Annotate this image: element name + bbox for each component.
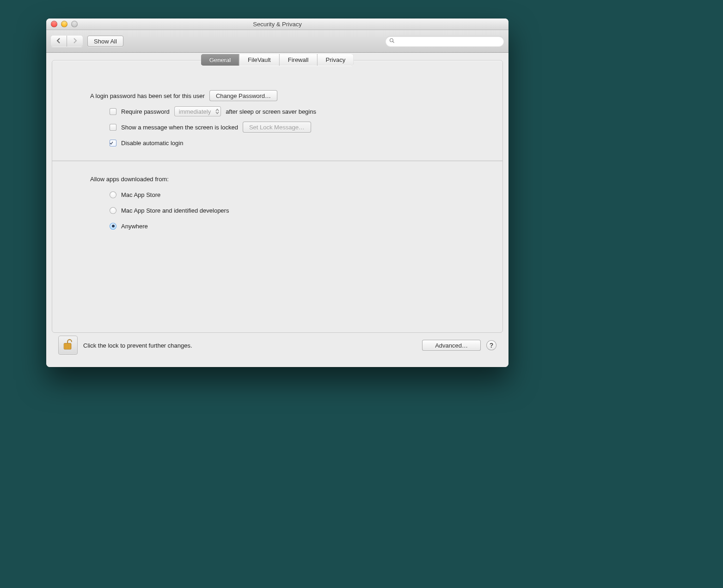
lock-open-icon (61, 338, 74, 353)
minimize-window-button[interactable] (61, 21, 67, 27)
advanced-button[interactable]: Advanced… (422, 340, 481, 351)
set-lock-message-button[interactable]: Set Lock Message… (243, 122, 311, 133)
after-sleep-text: after sleep or screen saver begins (226, 108, 316, 115)
show-message-checkbox[interactable] (110, 124, 116, 131)
popup-stepper-icon (215, 107, 219, 116)
svg-rect-2 (64, 343, 71, 349)
require-password-label: Require password (121, 108, 170, 115)
disable-auto-login-label: Disable automatic login (121, 140, 183, 147)
svg-line-1 (393, 41, 394, 43)
forward-button[interactable] (67, 36, 83, 47)
allow-apps-label: Allow apps downloaded from: (90, 176, 169, 183)
allow-apps-radio-mas[interactable] (110, 191, 116, 198)
back-icon (56, 38, 61, 45)
lock-button[interactable] (58, 336, 78, 355)
tab-filevault[interactable]: FileVault (239, 54, 280, 66)
allow-apps-option-0: Mac App Store (121, 191, 160, 198)
allow-apps-option-2: Anywhere (121, 223, 148, 230)
delay-value: immediately (179, 108, 211, 115)
zoom-window-button[interactable] (71, 21, 78, 27)
general-pane: A login password has been set for this u… (52, 74, 502, 249)
preferences-window: Security & Privacy Show All (46, 18, 509, 367)
tab-bar: General FileVault Firewall Privacy (201, 54, 354, 66)
forward-icon (73, 38, 77, 45)
allow-apps-option-1: Mac App Store and identified developers (121, 207, 229, 214)
footer: Click the lock to prevent further change… (52, 333, 503, 361)
require-password-checkbox[interactable] (110, 108, 116, 115)
disable-auto-login-checkbox[interactable] (110, 140, 116, 147)
show-all-button[interactable]: Show All (87, 36, 123, 47)
tab-privacy[interactable]: Privacy (318, 54, 354, 66)
content-panel: General FileVault Firewall Privacy A log… (52, 60, 503, 333)
change-password-button[interactable]: Change Password… (209, 90, 277, 101)
search-field-wrap[interactable] (386, 36, 504, 46)
search-input[interactable] (398, 37, 500, 45)
require-password-delay-popup[interactable]: immediately (174, 106, 221, 116)
allow-apps-radio-identified[interactable] (110, 207, 116, 214)
search-icon (389, 38, 395, 45)
tab-general[interactable]: General (201, 54, 239, 66)
back-button[interactable] (51, 36, 67, 47)
window-title: Security & Privacy (46, 21, 509, 28)
help-button[interactable]: ? (486, 340, 496, 350)
toolbar: Show All (46, 30, 509, 53)
password-set-text: A login password has been set for this u… (90, 92, 205, 99)
divider (52, 160, 502, 161)
nav-back-forward (51, 36, 83, 47)
titlebar: Security & Privacy (46, 18, 509, 30)
tab-firewall[interactable]: Firewall (280, 54, 318, 66)
traffic-lights (46, 21, 78, 27)
show-message-label: Show a message when the screen is locked (121, 124, 238, 131)
window-body: General FileVault Firewall Privacy A log… (46, 53, 509, 367)
svg-point-0 (390, 38, 393, 42)
lock-hint-text: Click the lock to prevent further change… (83, 342, 192, 349)
allow-apps-radio-anywhere[interactable] (110, 223, 116, 230)
close-window-button[interactable] (51, 21, 57, 27)
